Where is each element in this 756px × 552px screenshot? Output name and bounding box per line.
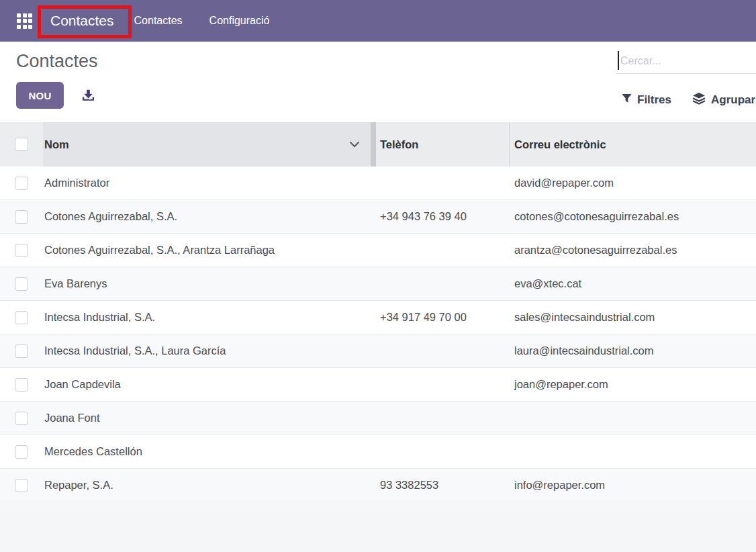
action-buttons: NOU [16, 82, 95, 109]
select-all-checkbox[interactable] [15, 138, 28, 151]
cell-email: eva@xtec.cat [510, 277, 756, 290]
filters-button[interactable]: Filtres [621, 93, 671, 107]
row-checkbox-cell [0, 177, 43, 190]
cell-email: joan@repaper.com [510, 378, 756, 391]
table-header-row: Nom Telèfon Correu electrònic [0, 122, 756, 167]
table-row[interactable]: Intecsa Industrial, S.A., Laura García l… [0, 334, 756, 368]
row-checkbox-cell [0, 311, 43, 324]
column-header-telefon[interactable]: Telèfon [376, 122, 509, 167]
cell-email: info@repaper.com [510, 479, 756, 492]
menu-item-contactes[interactable]: Contactes [134, 15, 183, 27]
menu-item-configuracio[interactable]: Configuració [209, 15, 270, 27]
cell-name: Repaper, S.A. [43, 479, 376, 492]
row-checkbox-cell [0, 210, 43, 224]
control-panel: Contactes NOU Filtres [0, 42, 756, 122]
content-background [0, 502, 756, 552]
row-checkbox-cell [0, 412, 43, 425]
cell-phone: +34 943 76 39 40 [376, 210, 510, 223]
cell-phone: +34 917 49 70 00 [376, 311, 510, 324]
row-checkbox-cell [0, 378, 43, 392]
table-row[interactable]: Eva Barenys eva@xtec.cat [0, 267, 756, 301]
apps-grid-icon[interactable] [17, 13, 32, 29]
row-checkbox[interactable] [15, 277, 28, 291]
cell-name: Intecsa Industrial, S.A., Laura García [43, 344, 376, 357]
table-body: Administrator david@repaper.com Cotones … [0, 167, 756, 502]
row-checkbox[interactable] [15, 445, 28, 459]
search-facets: Filtres Agrupar [621, 89, 756, 111]
row-checkbox-cell [0, 445, 43, 459]
cell-name: Joana Font [43, 412, 376, 424]
layers-icon [692, 93, 706, 108]
cell-email: david@repaper.com [510, 177, 756, 189]
cell-name: Cotones Aguirrezabal, S.A. [43, 210, 376, 223]
top-menu: Contactes Configuració [134, 15, 270, 27]
select-all-cell [0, 122, 43, 167]
row-checkbox[interactable] [15, 311, 28, 324]
cell-email: cotones@cotonesaguirrezabal.es [510, 210, 756, 223]
row-checkbox-cell [0, 344, 43, 358]
row-checkbox[interactable] [15, 177, 28, 190]
contacts-list-table: Nom Telèfon Correu electrònic Administra… [0, 122, 756, 502]
cell-name: Joan Capdevila [43, 378, 376, 391]
top-navbar: Contactes Contactes Configuració [0, 0, 756, 42]
cell-email: arantza@cotonesaguirrezabal.es [510, 244, 756, 257]
cell-email: sales@intecsaindustrial.com [510, 311, 756, 324]
search-input[interactable] [616, 48, 756, 73]
row-checkbox[interactable] [15, 479, 28, 492]
row-checkbox-cell [0, 244, 43, 257]
row-checkbox[interactable] [15, 412, 28, 425]
table-row[interactable]: Joan Capdevila joan@repaper.com [0, 368, 756, 402]
table-row[interactable]: Repaper, S.A. 93 3382553 info@repaper.co… [0, 469, 756, 502]
text-caret [618, 51, 619, 70]
table-row[interactable]: Cotones Aguirrezabal, S.A., Arantza Larr… [0, 234, 756, 267]
table-row[interactable]: Administrator david@repaper.com [0, 167, 756, 200]
search-box [616, 48, 756, 74]
app-brand[interactable]: Contactes [45, 13, 120, 29]
row-checkbox[interactable] [15, 244, 28, 257]
cell-name: Administrator [43, 177, 376, 189]
row-checkbox[interactable] [15, 210, 28, 224]
table-row[interactable]: Intecsa Industrial, S.A. +34 917 49 70 0… [0, 301, 756, 334]
table-row[interactable]: Mercedes Castellón [0, 435, 756, 469]
cell-name: Eva Barenys [43, 277, 376, 290]
chevron-down-icon [349, 141, 360, 148]
cell-phone: 93 3382553 [376, 479, 510, 492]
row-checkbox-cell [0, 277, 43, 291]
column-resize-handle[interactable] [371, 122, 376, 167]
cell-name: Intecsa Industrial, S.A. [43, 311, 376, 324]
group-by-button[interactable]: Agrupar [692, 93, 755, 108]
table-row[interactable]: Cotones Aguirrezabal, S.A. +34 943 76 39… [0, 200, 756, 234]
row-checkbox[interactable] [15, 378, 28, 392]
row-checkbox-cell [0, 479, 43, 492]
new-record-button[interactable]: NOU [16, 82, 64, 109]
table-row[interactable]: Joana Font [0, 402, 756, 435]
row-checkbox[interactable] [15, 344, 28, 358]
contacts-app-screen: Contactes Contactes Configuració Contact… [0, 0, 756, 552]
cell-name: Cotones Aguirrezabal, S.A., Arantza Larr… [43, 244, 376, 257]
column-header-nom[interactable]: Nom [43, 122, 371, 167]
page-title: Contactes [16, 51, 98, 72]
cell-email: laura@intecsaindustrial.com [510, 344, 756, 357]
column-header-correu[interactable]: Correu electrònic [510, 122, 756, 167]
download-icon[interactable] [81, 89, 95, 103]
filter-funnel-icon [621, 93, 632, 107]
cell-name: Mercedes Castellón [43, 445, 376, 458]
